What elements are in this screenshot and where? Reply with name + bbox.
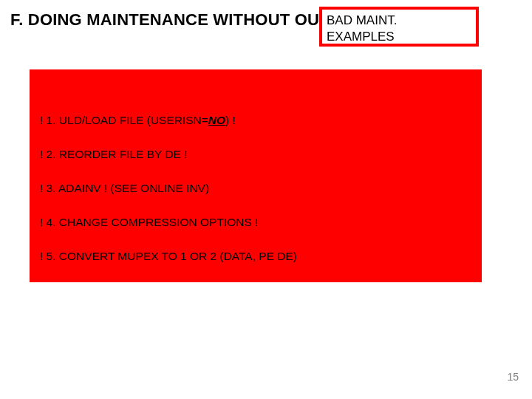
item1-emph: NO xyxy=(208,114,225,126)
list-item: ! 1. ULD/LOAD FILE (USERISN=NO) ! xyxy=(40,114,471,127)
callout-line-1: BAD MAINT. xyxy=(327,13,471,29)
list-item: ! 5. CONVERT MUPEX TO 1 OR 2 (DATA, PE D… xyxy=(40,250,471,263)
item1-post: ) ! xyxy=(225,114,236,126)
slide-title: F. DOING MAINTENANCE WITHOUT OU xyxy=(10,10,319,30)
page-number: 15 xyxy=(507,371,519,383)
item1-pre: ! 1. ULD/LOAD FILE (USERISN= xyxy=(40,114,208,126)
callout-line-2: EXAMPLES xyxy=(327,29,471,45)
red-panel: ! 1. ULD/LOAD FILE (USERISN=NO) ! ! 2. R… xyxy=(30,69,482,282)
list-item: ! 2. REORDER FILE BY DE ! xyxy=(40,148,471,161)
callout-box: BAD MAINT. EXAMPLES xyxy=(319,7,479,47)
list-item: ! 3. ADAINV ! (SEE ONLINE INV) xyxy=(40,182,471,195)
slide: F. DOING MAINTENANCE WITHOUT OU BAD MAIN… xyxy=(0,0,532,399)
list-item: ! 4. CHANGE COMPRESSION OPTIONS ! xyxy=(40,216,471,229)
